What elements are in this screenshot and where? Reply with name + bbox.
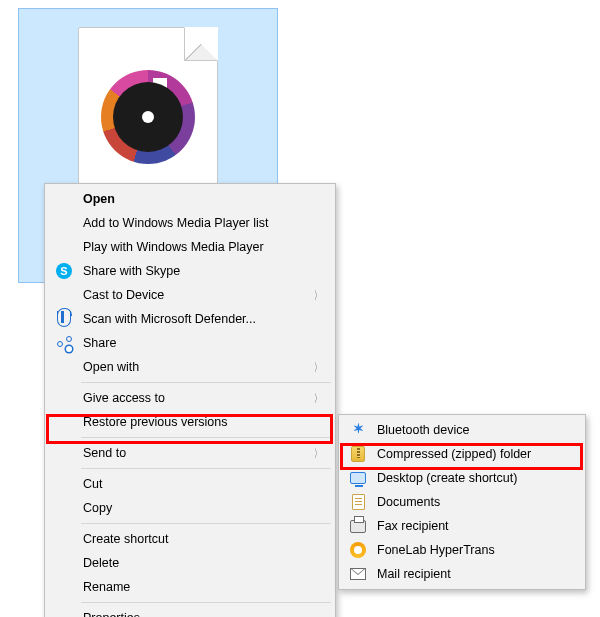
hypertrans-icon [349, 541, 367, 559]
desktop-icon [349, 469, 367, 487]
submenu-mail[interactable]: Mail recipient [341, 562, 583, 586]
menu-separator [81, 602, 331, 603]
menu-cut-label: Cut [83, 477, 102, 491]
submenu-documents[interactable]: Documents [341, 490, 583, 514]
menu-cast[interactable]: Cast to Device 〉 [47, 283, 333, 307]
menu-open-with[interactable]: Open with 〉 [47, 355, 333, 379]
groove-music-icon [101, 70, 195, 164]
menu-give-access-label: Give access to [83, 391, 165, 405]
menu-separator [81, 523, 331, 524]
menu-defender[interactable]: Scan with Microsoft Defender... [47, 307, 333, 331]
menu-properties[interactable]: Properties [47, 606, 333, 617]
submenu-arrow-icon: 〉 [314, 360, 322, 375]
menu-separator [81, 437, 331, 438]
skype-icon: S [55, 262, 73, 280]
menu-copy-label: Copy [83, 501, 112, 515]
menu-defender-label: Scan with Microsoft Defender... [83, 312, 256, 326]
menu-add-wmp-list-label: Add to Windows Media Player list [83, 216, 269, 230]
menu-create-shortcut-label: Create shortcut [83, 532, 168, 546]
mail-icon [349, 565, 367, 583]
file-page-icon [78, 27, 218, 207]
send-to-submenu: ✶ Bluetooth device Compressed (zipped) f… [338, 414, 586, 590]
menu-share-skype-label: Share with Skype [83, 264, 180, 278]
submenu-fax-label: Fax recipient [377, 519, 449, 533]
menu-add-wmp-list[interactable]: Add to Windows Media Player list [47, 211, 333, 235]
submenu-bluetooth[interactable]: ✶ Bluetooth device [341, 418, 583, 442]
menu-restore-previous[interactable]: Restore previous versions [47, 410, 333, 434]
menu-share-label: Share [83, 336, 116, 350]
submenu-arrow-icon: 〉 [314, 391, 322, 406]
submenu-desktop-label: Desktop (create shortcut) [377, 471, 517, 485]
menu-share[interactable]: Share [47, 331, 333, 355]
submenu-desktop[interactable]: Desktop (create shortcut) [341, 466, 583, 490]
bluetooth-icon: ✶ [349, 421, 367, 439]
fax-icon [349, 517, 367, 535]
menu-play-wmp[interactable]: Play with Windows Media Player [47, 235, 333, 259]
page-fold-icon [184, 27, 218, 61]
submenu-bluetooth-label: Bluetooth device [377, 423, 469, 437]
menu-copy[interactable]: Copy [47, 496, 333, 520]
submenu-mail-label: Mail recipient [377, 567, 451, 581]
menu-open-label: Open [83, 192, 115, 206]
submenu-arrow-icon: 〉 [314, 288, 322, 303]
menu-cut[interactable]: Cut [47, 472, 333, 496]
submenu-documents-label: Documents [377, 495, 440, 509]
share-icon [55, 334, 73, 352]
menu-create-shortcut[interactable]: Create shortcut [47, 527, 333, 551]
menu-play-wmp-label: Play with Windows Media Player [83, 240, 264, 254]
menu-send-to[interactable]: Send to 〉 [47, 441, 333, 465]
submenu-fonelab-label: FoneLab HyperTrans [377, 543, 495, 557]
menu-delete[interactable]: Delete [47, 551, 333, 575]
defender-shield-icon [55, 310, 73, 328]
submenu-compressed-label: Compressed (zipped) folder [377, 447, 531, 461]
menu-delete-label: Delete [83, 556, 119, 570]
menu-separator [81, 468, 331, 469]
submenu-arrow-icon: 〉 [314, 446, 322, 461]
menu-separator [81, 382, 331, 383]
submenu-compressed[interactable]: Compressed (zipped) folder [341, 442, 583, 466]
menu-send-to-label: Send to [83, 446, 126, 460]
submenu-fonelab[interactable]: FoneLab HyperTrans [341, 538, 583, 562]
menu-restore-previous-label: Restore previous versions [83, 415, 228, 429]
context-menu: Open Add to Windows Media Player list Pl… [44, 183, 336, 617]
menu-share-skype[interactable]: S Share with Skype [47, 259, 333, 283]
zip-folder-icon [349, 445, 367, 463]
menu-open[interactable]: Open [47, 187, 333, 211]
submenu-fax[interactable]: Fax recipient [341, 514, 583, 538]
documents-icon [349, 493, 367, 511]
menu-rename-label: Rename [83, 580, 130, 594]
menu-give-access[interactable]: Give access to 〉 [47, 386, 333, 410]
menu-cast-label: Cast to Device [83, 288, 164, 302]
menu-properties-label: Properties [83, 611, 140, 617]
menu-open-with-label: Open with [83, 360, 139, 374]
menu-rename[interactable]: Rename [47, 575, 333, 599]
